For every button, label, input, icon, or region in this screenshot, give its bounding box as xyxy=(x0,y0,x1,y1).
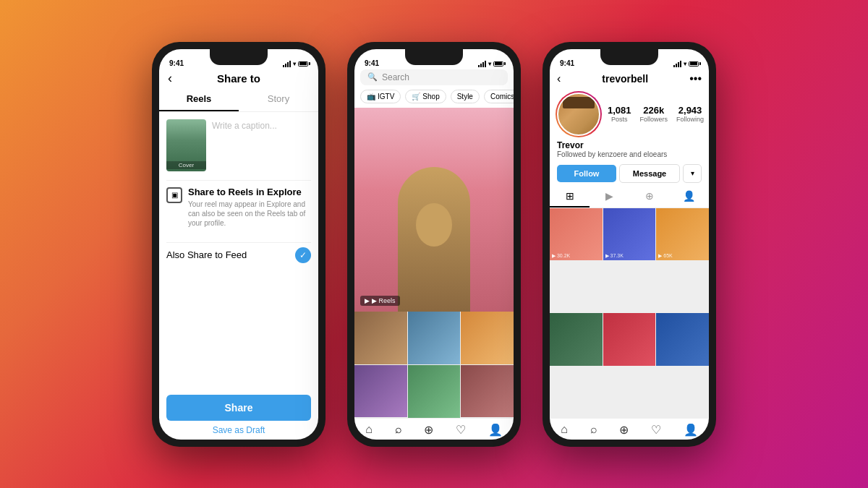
pgrid-count-3: ▶ 65K xyxy=(658,253,672,259)
grid-item-3[interactable] xyxy=(461,312,514,364)
nav-home-2[interactable]: ⌂ xyxy=(365,423,373,436)
category-chips: 📺IGTV 🛒Shop Style Comics TV & Mo... xyxy=(354,90,514,108)
stat-following-label: Following xyxy=(676,116,704,123)
stat-followers-label: Followers xyxy=(640,116,668,123)
signal-2 xyxy=(478,61,486,67)
explore-row: ▣ Share to Reels in Explore Your reel ma… xyxy=(166,180,311,234)
profile-header: ‹ trevorbell ••• xyxy=(550,69,709,88)
battery-2 xyxy=(493,61,503,67)
stats-row: 1,081 Posts 226k Followers 2,943 Followi… xyxy=(608,105,704,123)
battery-1 xyxy=(298,61,308,67)
phone-1: 9:41 ▾ ‹ Share to Reels Story Write a c xyxy=(152,42,326,447)
message-button[interactable]: Message xyxy=(619,164,680,183)
save-draft-link[interactable]: Save as Draft xyxy=(166,425,311,435)
wifi-2: ▾ xyxy=(488,61,491,67)
stat-following: 2,943 Following xyxy=(676,105,704,123)
grid-item-2[interactable] xyxy=(408,312,461,364)
nav-add-3[interactable]: ⊕ xyxy=(619,423,629,437)
profile-name: Trevor xyxy=(557,140,702,150)
bottom-nav-3: ⌂ ⌕ ⊕ ♡ 👤 xyxy=(550,418,709,440)
profile-grid: ▶ 30.2K ▶ 37.3K ▶ 65K xyxy=(550,208,709,418)
battery-3 xyxy=(689,61,699,67)
pgrid-count-1: ▶ 30.2K xyxy=(552,253,570,259)
tab-grid[interactable]: ⊞ xyxy=(550,186,590,207)
reels-icon: ▶ xyxy=(365,297,370,304)
wifi-1: ▾ xyxy=(293,61,296,67)
caption-input[interactable]: Write a caption... xyxy=(212,119,311,131)
username-header: trevorbell xyxy=(602,73,648,85)
time-2: 9:41 xyxy=(365,59,379,67)
main-video-area: ▶ ▶ Reels xyxy=(354,108,514,312)
cat-style[interactable]: Style xyxy=(451,90,480,103)
tab-tagged-you[interactable]: ⊕ xyxy=(629,186,669,207)
stat-posts: 1,081 Posts xyxy=(608,105,631,123)
explore-subtitle: Your reel may appear in Explore and can … xyxy=(188,200,311,228)
share-feed-label: Also Share to Feed xyxy=(166,249,247,260)
tab-tagged-in[interactable]: 👤 xyxy=(669,186,709,207)
explore-icon: ▣ xyxy=(166,187,182,203)
reels-text: ▶ Reels xyxy=(372,297,396,304)
pgrid-item-2[interactable]: ▶ 37.3K xyxy=(603,208,656,261)
search-icon: 🔍 xyxy=(367,72,378,82)
time-1: 9:41 xyxy=(169,59,184,67)
tab-story[interactable]: Story xyxy=(239,87,318,111)
wifi-3: ▾ xyxy=(684,61,686,67)
cat-shop[interactable]: 🛒Shop xyxy=(405,90,446,103)
nav-search-3[interactable]: ⌕ xyxy=(590,423,597,436)
cat-comics[interactable]: Comics xyxy=(484,90,514,103)
stat-following-num: 2,943 xyxy=(676,105,704,116)
grid-item-6[interactable] xyxy=(461,365,514,418)
pgrid-item-4[interactable] xyxy=(550,313,603,366)
explore-content: 🔍 Search 📺IGTV 🛒Shop Style Comics TV & M… xyxy=(354,69,514,440)
followed-by-text: Followed by kenzoere and eloears xyxy=(557,150,702,158)
nav-add-2[interactable]: ⊕ xyxy=(424,423,433,437)
nav-home-3[interactable]: ⌂ xyxy=(561,423,568,436)
grid-item-4[interactable] xyxy=(354,365,407,418)
nav-search-2[interactable]: ⌕ xyxy=(395,423,402,436)
nav-like-3[interactable]: ♡ xyxy=(651,423,661,437)
time-3: 9:41 xyxy=(560,59,574,67)
grid-item-1[interactable] xyxy=(354,312,407,364)
pgrid-item-1[interactable]: ▶ 30.2K xyxy=(550,208,603,261)
stat-followers-num: 226k xyxy=(640,105,668,116)
back-arrow-3[interactable]: ‹ xyxy=(557,72,561,85)
nav-profile-3[interactable]: 👤 xyxy=(684,423,698,437)
stat-posts-label: Posts xyxy=(608,116,631,123)
notch-2 xyxy=(405,49,463,65)
video-person-silhouette xyxy=(354,108,514,312)
phone-2: 9:41 ▾ 🔍 Search 📺IGTV 🛒Shop Style Comics… xyxy=(347,42,521,447)
profile-avatar xyxy=(557,93,600,136)
nav-profile-2[interactable]: 👤 xyxy=(488,423,503,437)
stat-posts-num: 1,081 xyxy=(608,105,631,116)
pgrid-count-2: ▶ 37.3K xyxy=(605,253,624,259)
signal-3 xyxy=(673,61,681,67)
signal-1 xyxy=(283,61,291,67)
more-options-icon[interactable]: ••• xyxy=(689,72,702,85)
grid-item-5[interactable] xyxy=(408,365,461,418)
share-content: Write a caption... ▣ Share to Reels in E… xyxy=(159,112,318,389)
caption-row: Write a caption... xyxy=(166,119,311,171)
explore-title[interactable]: Share to Reels in Explore xyxy=(188,187,311,197)
share-button[interactable]: Share xyxy=(166,395,311,421)
search-placeholder: Search xyxy=(382,72,409,82)
search-bar[interactable]: 🔍 Search xyxy=(360,69,508,85)
follow-button[interactable]: Follow xyxy=(557,165,616,182)
pgrid-item-3[interactable]: ▶ 65K xyxy=(656,208,709,261)
pgrid-item-6[interactable] xyxy=(656,313,709,366)
tab-reels[interactable]: Reels xyxy=(159,87,239,111)
profile-name-area: Trevor Followed by kenzoere and eloears xyxy=(550,140,709,161)
nav-title-1: Share to xyxy=(217,72,260,85)
share-feed-checkbox[interactable]: ✓ xyxy=(295,247,311,263)
back-arrow-1[interactable]: ‹ xyxy=(168,71,172,86)
profile-actions: Follow Message ▾ xyxy=(550,161,709,186)
nav-like-2[interactable]: ♡ xyxy=(456,423,466,437)
dropdown-button[interactable]: ▾ xyxy=(683,164,702,183)
cat-igtv[interactable]: 📺IGTV xyxy=(360,90,401,103)
reels-watermark: ▶ ▶ Reels xyxy=(360,296,400,306)
explore-text: Share to Reels in Explore Your reel may … xyxy=(188,187,311,228)
tab-reels[interactable]: ▶ xyxy=(590,186,629,207)
tabs-row-1: Reels Story xyxy=(159,87,318,112)
pgrid-item-5[interactable] xyxy=(603,313,656,366)
share-feed-row[interactable]: Also Share to Feed ✓ xyxy=(166,242,311,267)
profile-top-row: 1,081 Posts 226k Followers 2,943 Followi… xyxy=(550,88,709,140)
